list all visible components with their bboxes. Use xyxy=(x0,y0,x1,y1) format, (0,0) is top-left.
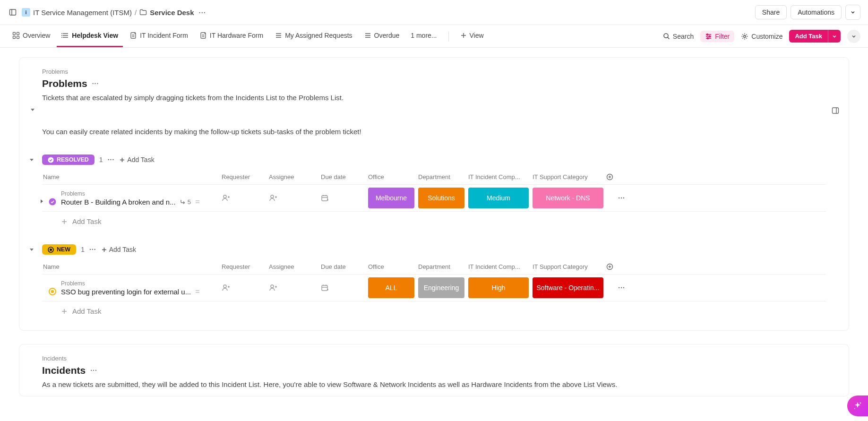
col-requester[interactable]: Requester xyxy=(222,263,269,270)
customize-tool[interactable]: Customize xyxy=(741,33,782,40)
card-collapse-caret[interactable] xyxy=(30,107,35,112)
cell-complexity[interactable]: High xyxy=(468,277,533,298)
col-add-column[interactable] xyxy=(606,263,625,270)
cell-assignee[interactable] xyxy=(269,194,321,202)
tab-add-view[interactable]: View xyxy=(455,25,489,47)
table-row[interactable]: Problems Router B - Building A broken an… xyxy=(42,185,826,212)
col-category[interactable]: IT Support Category xyxy=(533,263,606,270)
cell-office[interactable]: ALL xyxy=(368,277,418,298)
ai-fab-button[interactable] xyxy=(847,395,868,416)
status-resolved-label: RESOLVED xyxy=(57,156,89,163)
svg-point-49 xyxy=(271,195,274,198)
cell-complexity[interactable]: Medium xyxy=(468,188,533,208)
status-pill-resolved[interactable]: RESOLVED xyxy=(42,155,95,165)
share-button[interactable]: Share xyxy=(755,5,787,19)
group-new-more-icon[interactable]: ··· xyxy=(89,246,96,253)
tab-divider xyxy=(448,31,449,42)
tab-hardware-form[interactable]: IT Hardware Form xyxy=(195,25,268,47)
filter-tool[interactable]: Filter xyxy=(700,31,734,42)
tab-helpdesk-view[interactable]: Helpdesk View xyxy=(57,25,123,47)
col-office[interactable]: Office xyxy=(368,173,418,180)
col-category[interactable]: IT Support Category xyxy=(533,173,606,180)
col-assignee[interactable]: Assignee xyxy=(269,173,321,180)
tab-incident-form[interactable]: IT Incident Form xyxy=(125,25,193,47)
cell-due-date[interactable] xyxy=(321,194,368,202)
automations-chevron[interactable] xyxy=(845,5,860,20)
tab-more[interactable]: 1 more... xyxy=(406,25,441,47)
add-task-row[interactable]: Add Task xyxy=(42,301,826,317)
side-panel-icon[interactable] xyxy=(832,107,839,114)
group-new-add[interactable]: Add Task xyxy=(101,246,136,253)
cell-assignee[interactable] xyxy=(269,284,321,292)
col-due-date[interactable]: Due date xyxy=(321,173,368,180)
col-name[interactable]: Name xyxy=(42,173,222,180)
cell-department[interactable]: Engineering xyxy=(418,277,468,298)
tab-assigned-requests[interactable]: My Assigned Requests xyxy=(270,25,357,47)
incidents-label: Incidents xyxy=(42,355,826,362)
row-expand-caret[interactable] xyxy=(39,199,44,204)
row-title[interactable]: SSO bug preventing login for external u.… xyxy=(61,288,191,296)
col-department[interactable]: Department xyxy=(418,263,468,270)
group-resolved-add[interactable]: Add Task xyxy=(119,156,154,163)
problems-title-more-icon[interactable]: ··· xyxy=(92,80,99,87)
svg-point-29 xyxy=(709,36,711,37)
cell-department[interactable]: Solutions xyxy=(418,188,468,208)
svg-point-28 xyxy=(707,34,708,35)
svg-marker-35 xyxy=(30,159,34,161)
svg-rect-78 xyxy=(322,285,327,291)
view-more-icon[interactable] xyxy=(847,30,860,43)
cell-due-date[interactable] xyxy=(321,284,368,292)
sidebar-toggle-icon[interactable] xyxy=(8,7,18,17)
breadcrumb-workspace[interactable]: IT Service Management (ITSM) xyxy=(33,9,132,17)
incidents-desc: As a new tickets are submitted, they wil… xyxy=(42,379,826,390)
row-more-icon[interactable]: ··· xyxy=(606,194,625,202)
tab-overdue[interactable]: Overdue xyxy=(359,25,404,47)
search-tool[interactable]: Search xyxy=(663,33,694,40)
cell-requester[interactable] xyxy=(222,194,269,202)
problems-desc-2: You can easily create related incidents … xyxy=(42,126,826,137)
table-row[interactable]: Problems SSO bug preventing login for ex… xyxy=(42,275,826,301)
row-more-icon[interactable]: ··· xyxy=(606,284,625,292)
topbar-left: i IT Service Management (ITSM) / Service… xyxy=(8,7,755,17)
col-requester[interactable]: Requester xyxy=(222,173,269,180)
tab-overdue-label: Overdue xyxy=(374,32,400,39)
row-status-dot-new[interactable] xyxy=(49,288,56,295)
row-status-dot-resolved[interactable] xyxy=(49,198,56,206)
svg-rect-33 xyxy=(833,108,839,113)
tab-incident-form-label: IT Incident Form xyxy=(140,32,188,39)
breadcrumb-more-icon[interactable]: ··· xyxy=(199,9,206,17)
breadcrumb-folder[interactable]: Service Desk xyxy=(150,9,194,17)
cell-category[interactable]: Network - DNS xyxy=(533,188,606,208)
col-name[interactable]: Name xyxy=(42,263,222,270)
cell-category[interactable]: Software - Operatin... xyxy=(533,277,606,298)
group-resolved-more-icon[interactable]: ··· xyxy=(108,156,115,163)
group-resolved-caret[interactable] xyxy=(29,157,34,163)
col-department[interactable]: Department xyxy=(418,173,468,180)
drag-handle-icon[interactable] xyxy=(195,289,200,294)
cell-office[interactable]: Melbourne xyxy=(368,188,418,208)
add-task-dropdown[interactable] xyxy=(828,30,841,43)
col-complexity[interactable]: IT Incident Comp... xyxy=(468,263,533,270)
tab-overview[interactable]: Overview xyxy=(8,25,55,47)
automations-button[interactable]: Automations xyxy=(791,5,842,19)
add-requester-icon xyxy=(222,194,269,202)
drag-handle-icon[interactable] xyxy=(195,199,200,205)
incidents-title-more-icon[interactable]: ··· xyxy=(90,367,97,374)
tag-department: Engineering xyxy=(418,277,464,298)
col-due-date[interactable]: Due date xyxy=(321,263,368,270)
svg-marker-32 xyxy=(31,109,34,111)
status-new-label: NEW xyxy=(57,246,70,253)
cell-requester[interactable] xyxy=(222,284,269,292)
subtask-count[interactable]: 5 xyxy=(180,198,191,206)
problems-desc-1: Tickets that are escalated by simply dra… xyxy=(42,92,826,103)
add-task-button[interactable]: Add Task xyxy=(789,30,828,43)
row-parent: Problems xyxy=(61,190,222,197)
status-pill-new[interactable]: NEW xyxy=(42,244,76,255)
col-complexity[interactable]: IT Incident Comp... xyxy=(468,173,533,180)
col-office[interactable]: Office xyxy=(368,263,418,270)
group-new-caret[interactable] xyxy=(29,247,34,252)
col-assignee[interactable]: Assignee xyxy=(269,263,321,270)
row-title[interactable]: Router B - Building A broken and n... xyxy=(61,198,176,206)
add-task-row[interactable]: Add Task xyxy=(42,212,826,227)
col-add-column[interactable] xyxy=(606,173,625,180)
